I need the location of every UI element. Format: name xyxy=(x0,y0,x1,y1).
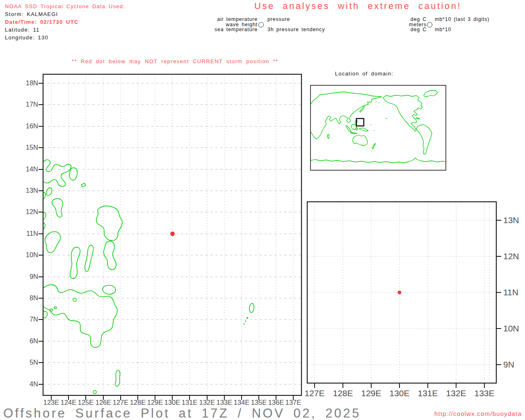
x-tick-label: 135E xyxy=(251,399,267,406)
x-tick-label: 127E xyxy=(304,388,324,398)
y-tick-label: 9N xyxy=(503,360,514,369)
buoy-plot-page: NOAA SSD Tropical Cyclone Data Used: Sto… xyxy=(0,0,525,420)
x-tick-label: 136E xyxy=(268,399,284,406)
plot-title: Offshore Surface Plot at 17Z / NOV 02, 2… xyxy=(3,406,361,420)
x-tick-label: 133E xyxy=(474,388,494,398)
y-tick-label: 16N xyxy=(26,122,38,130)
domain-rectangle xyxy=(356,119,364,126)
x-tick-label: 125E xyxy=(78,399,94,406)
x-tick-label: 131E xyxy=(182,399,198,406)
x-tick-label: 130E xyxy=(389,388,409,398)
y-tick-label: 5N xyxy=(30,358,38,366)
y-tick-label: 4N xyxy=(30,380,38,388)
y-tick-label: 11N xyxy=(503,288,518,297)
main-map: 123E 124E 125E 126E 127E 128E 129E 130E … xyxy=(26,74,301,406)
storm-dot-main xyxy=(170,232,175,236)
x-tick-label: 123E xyxy=(43,399,59,406)
x-tick-label: 133E xyxy=(217,399,233,406)
y-tick-label: 10N xyxy=(26,251,38,258)
zoom-plot-frame xyxy=(307,202,496,383)
y-tick-label: 17N xyxy=(26,100,38,108)
storm-dot-zoom xyxy=(398,291,402,294)
x-tick-label: 130E xyxy=(164,399,180,406)
world-map-frame xyxy=(310,85,446,170)
x-tick-label: 131E xyxy=(418,388,438,398)
y-tick-label: 6N xyxy=(30,337,38,345)
x-tick-label: 132E xyxy=(199,399,215,406)
world-inset-map xyxy=(310,85,446,170)
main-map-left-ticks xyxy=(39,83,43,384)
zoom-plot: 127E 128E 129E 130E 131E 132E 133E 13N 1… xyxy=(304,202,519,398)
x-tick-label: 128E xyxy=(333,388,353,398)
x-tick-label: 126E xyxy=(96,399,112,406)
y-tick-label: 15N xyxy=(26,144,38,151)
y-tick-label: 7N xyxy=(30,315,38,323)
y-tick-label: 14N xyxy=(26,165,38,173)
x-tick-label: 137E xyxy=(285,399,301,406)
zoom-plot-right-ticks xyxy=(496,220,501,365)
y-tick-label: 12N xyxy=(503,251,519,261)
plots-canvas: 123E 124E 125E 126E 127E 128E 129E 130E … xyxy=(0,0,525,420)
y-tick-label: 9N xyxy=(30,273,38,280)
x-tick-label: 134E xyxy=(234,399,250,406)
x-tick-label: 132E xyxy=(446,388,466,398)
y-tick-label: 13N xyxy=(503,215,519,225)
zoom-plot-bottom-ticks xyxy=(315,383,484,388)
world-map-canvas xyxy=(310,90,446,163)
x-tick-label: 124E xyxy=(61,399,77,406)
y-tick-label: 11N xyxy=(26,230,38,237)
x-tick-label: 129E xyxy=(361,388,381,398)
x-tick-label: 129E xyxy=(147,399,163,406)
x-tick-label: 127E xyxy=(113,399,129,406)
source-url: http://coolwx.com/buoydata xyxy=(434,410,522,417)
zoom-plot-horizontal-gridlines xyxy=(307,220,496,365)
y-tick-label: 12N xyxy=(26,208,38,215)
y-tick-label: 18N xyxy=(26,79,38,87)
y-tick-label: 10N xyxy=(503,324,519,333)
y-tick-label: 8N xyxy=(30,294,38,301)
x-tick-label: 128E xyxy=(130,399,146,406)
y-tick-label: 13N xyxy=(26,187,38,194)
